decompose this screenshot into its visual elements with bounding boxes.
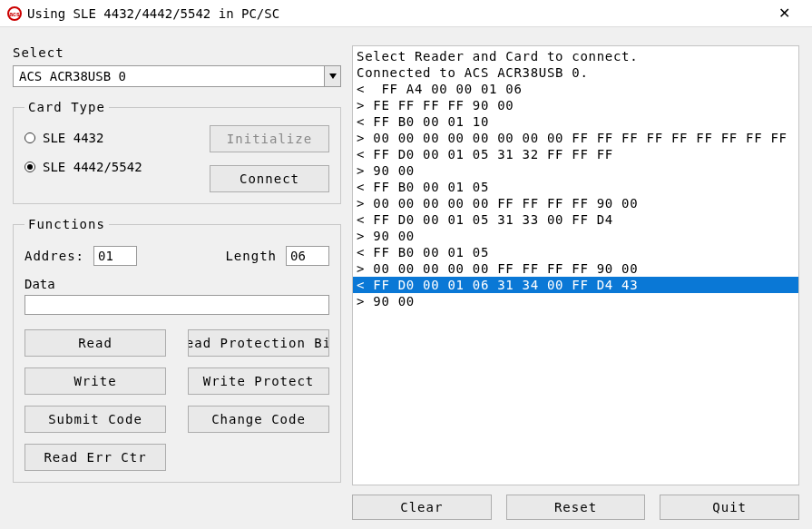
data-input[interactable] [24,295,329,315]
read-protection-bit-button[interactable]: ead Protection Bi [188,329,329,357]
radio-icon [24,162,35,172]
log-listbox[interactable]: Select Reader and Card to connect.Connec… [352,45,799,485]
log-line[interactable]: < FF B0 00 01 10 [353,113,798,130]
reset-button[interactable]: Reset [506,495,646,520]
radio-label: SLE 4442/5542 [43,160,142,174]
log-line[interactable]: > 90 00 [353,228,798,244]
length-input[interactable] [286,246,329,266]
address-input[interactable] [93,246,137,266]
log-line[interactable]: < FF D0 00 01 06 31 34 00 FF D4 43 [353,277,798,293]
write-button[interactable]: Write [24,367,166,395]
log-line[interactable]: > 00 00 00 00 00 FF FF FF FF 90 00 [353,260,798,277]
log-line[interactable]: > 00 00 00 00 00 00 00 00 FF FF FF FF FF… [353,130,798,146]
data-label: Data [24,277,329,291]
log-line[interactable]: > 90 00 [353,162,798,179]
log-line[interactable]: > 00 00 00 00 00 FF FF FF FF 90 00 [353,195,798,211]
left-panel: Select Card Type SLE 4432 SLE 4442/5542 [13,36,341,520]
initialize-button[interactable]: Initialize [210,125,329,152]
write-protect-button[interactable]: Write Protect [188,367,329,395]
window-title: Using SLE 4432/4442/5542 in PC/SC [27,6,764,21]
length-label: Length [225,249,277,263]
log-line[interactable]: > 90 00 [353,293,798,309]
clear-button[interactable]: Clear [352,495,492,520]
log-line[interactable]: < FF A4 00 00 01 06 [353,81,798,97]
select-label: Select [13,45,341,60]
log-line[interactable]: > FE FF FF FF 90 00 [353,97,798,113]
svg-text:acs: acs [9,11,20,17]
address-label: Addres: [24,249,84,263]
change-code-button[interactable]: Change Code [188,406,329,433]
log-line[interactable]: Select Reader and Card to connect. [353,48,798,64]
reader-select-dropdown[interactable] [324,66,340,86]
log-line[interactable]: < FF D0 00 01 05 31 32 FF FF FF [353,146,798,162]
app-icon: acs [7,6,22,21]
card-type-group: Card Type SLE 4432 SLE 4442/5542 Initial… [13,100,341,204]
functions-group: Functions Addres: Length Data Read ead P… [13,217,341,483]
radio-label: SLE 4432 [43,131,103,145]
close-button[interactable]: ✕ [764,0,805,27]
functions-legend: Functions [24,217,109,231]
connect-button[interactable]: Connect [210,165,329,192]
radio-icon [24,132,35,143]
read-err-ctr-button[interactable]: Read Err Ctr [24,444,166,471]
reader-select-input[interactable] [14,66,324,86]
card-type-legend: Card Type [24,100,109,114]
radio-sle-4432[interactable]: SLE 4432 [24,131,142,145]
submit-code-button[interactable]: Submit Code [24,406,166,433]
titlebar: acs Using SLE 4432/4442/5542 in PC/SC ✕ [0,0,812,27]
right-panel: Select Reader and Card to connect.Connec… [352,36,799,520]
radio-sle-4442-5542[interactable]: SLE 4442/5542 [24,160,142,174]
read-button[interactable]: Read [24,329,166,357]
quit-button[interactable]: Quit [660,495,799,520]
svg-marker-2 [329,73,337,79]
log-line[interactable]: Connected to ACS ACR38USB 0. [353,64,798,81]
client-area: Select Card Type SLE 4432 SLE 4442/5542 [0,27,812,529]
reader-select[interactable] [13,65,341,87]
log-line[interactable]: < FF D0 00 01 05 31 33 00 FF D4 [353,211,798,228]
log-line[interactable]: < FF B0 00 01 05 [353,179,798,195]
log-line[interactable]: < FF B0 00 01 05 [353,244,798,260]
